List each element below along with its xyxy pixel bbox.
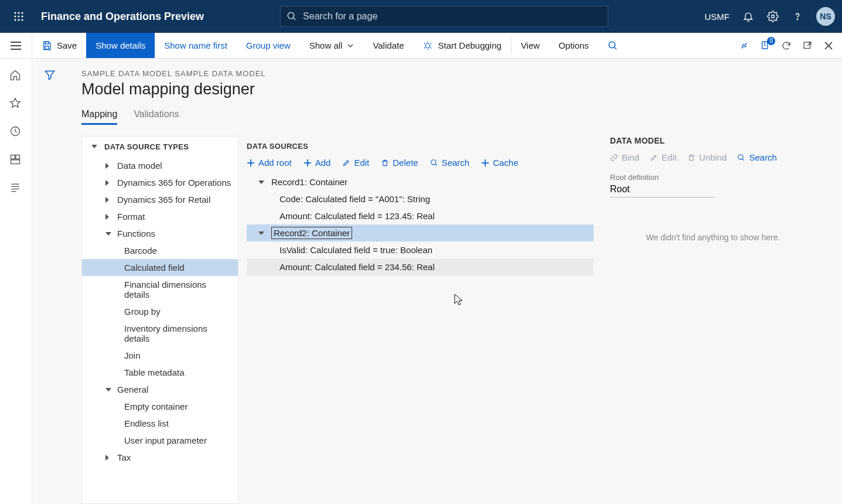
- caret-right-icon: [105, 197, 109, 203]
- add-button[interactable]: Add: [304, 158, 331, 168]
- page-title: Model mapping designer: [81, 80, 842, 98]
- dst-item[interactable]: Empty container: [82, 398, 238, 415]
- svg-point-0: [14, 12, 16, 13]
- ds-node[interactable]: Record2: Container: [247, 224, 594, 241]
- tab-validations[interactable]: Validations: [134, 109, 179, 125]
- dst-item[interactable]: User input parameter: [82, 432, 238, 449]
- favorites-icon[interactable]: [9, 97, 22, 110]
- svg-line-26: [614, 47, 616, 49]
- app-title: Finance and Operations Preview: [41, 11, 204, 23]
- svg-line-21: [424, 43, 425, 44]
- show-name-first-button[interactable]: Show name first: [155, 33, 237, 58]
- workspaces-icon[interactable]: [9, 154, 22, 166]
- recent-icon[interactable]: [9, 125, 22, 138]
- dst-item[interactable]: Barcode: [82, 242, 238, 259]
- options-menu[interactable]: Options: [549, 33, 598, 58]
- caret-right-icon: [105, 214, 109, 220]
- gear-icon[interactable]: [767, 11, 779, 22]
- dst-item[interactable]: Group by: [82, 303, 238, 320]
- action-search-button[interactable]: [598, 33, 628, 58]
- svg-point-8: [21, 19, 23, 21]
- bell-icon[interactable]: [742, 11, 754, 22]
- user-avatar[interactable]: NS: [816, 7, 835, 26]
- global-search[interactable]: [280, 6, 608, 27]
- group-view-button[interactable]: Group view: [237, 33, 300, 58]
- dm-header: DATA MODEL: [610, 136, 816, 152]
- bind-button[interactable]: Bind: [610, 152, 639, 162]
- search-button[interactable]: Search: [737, 152, 777, 162]
- panel-data-source-types: DATA SOURCE TYPES Data modelDynamics 365…: [81, 136, 238, 504]
- panel-data-sources: DATA SOURCES Add root Add Edit Delete Se…: [238, 136, 602, 504]
- svg-point-2: [21, 12, 23, 13]
- ds-node[interactable]: Amount: Calculated field = 123.45: Real: [247, 207, 594, 224]
- save-icon: [42, 40, 52, 51]
- company-label[interactable]: USMF: [705, 12, 730, 22]
- dst-item[interactable]: Tax: [82, 449, 238, 466]
- caret-down-icon: [105, 388, 111, 391]
- chevron-down-icon: [347, 42, 354, 49]
- empty-state-text: We didn't find anything to show here.: [610, 233, 816, 242]
- dst-item[interactable]: Format: [82, 208, 238, 225]
- root-definition-input[interactable]: [610, 182, 715, 197]
- svg-point-18: [426, 43, 431, 48]
- svg-rect-16: [45, 42, 49, 44]
- svg-rect-17: [45, 46, 49, 49]
- dst-item[interactable]: General: [82, 381, 238, 398]
- edit-button[interactable]: Edit: [650, 152, 677, 162]
- caret-down-icon: [258, 181, 264, 184]
- popout-icon[interactable]: [801, 39, 814, 52]
- app-launcher-icon[interactable]: [7, 11, 30, 22]
- dst-item[interactable]: Data model: [82, 157, 238, 174]
- start-debugging-button[interactable]: Start Debugging: [413, 33, 510, 58]
- cache-button[interactable]: Cache: [481, 158, 518, 168]
- filter-icon[interactable]: [44, 69, 56, 504]
- nav-toggle[interactable]: [0, 33, 32, 59]
- view-menu[interactable]: View: [512, 33, 549, 58]
- home-icon[interactable]: [9, 69, 22, 82]
- show-details-button[interactable]: Show details: [86, 33, 155, 58]
- delete-button[interactable]: Delete: [381, 158, 418, 168]
- svg-line-44: [435, 164, 437, 165]
- svg-point-6: [14, 19, 16, 21]
- attachments-icon[interactable]: 0: [759, 39, 772, 52]
- refresh-icon[interactable]: [780, 39, 793, 52]
- top-bar: Finance and Operations Preview USMF NS: [0, 0, 842, 33]
- show-all-dropdown[interactable]: Show all: [300, 33, 364, 58]
- unbind-button[interactable]: Unbind: [687, 152, 727, 162]
- svg-line-10: [293, 18, 295, 20]
- link-icon[interactable]: [738, 39, 751, 52]
- ds-node[interactable]: Record1: Container: [247, 173, 594, 190]
- root-definition-label: Root definition: [610, 173, 816, 182]
- ds-node[interactable]: IsValid: Calculated field = true: Boolea…: [247, 241, 594, 258]
- tab-mapping[interactable]: Mapping: [81, 109, 117, 125]
- dst-item[interactable]: Endless list: [82, 415, 238, 432]
- search-button[interactable]: Search: [430, 158, 470, 168]
- dst-item[interactable]: Join: [82, 347, 238, 364]
- ds-node[interactable]: Code: Calculated field = "A001": String: [247, 190, 594, 207]
- svg-point-9: [288, 12, 294, 19]
- edit-button[interactable]: Edit: [342, 158, 369, 168]
- breadcrumb: SAMPLE DATA MODEL SAMPLE DATA MODEL: [81, 69, 842, 78]
- validate-button[interactable]: Validate: [363, 33, 413, 58]
- svg-rect-28: [804, 42, 810, 49]
- dst-header[interactable]: DATA SOURCE TYPES: [82, 137, 238, 157]
- dst-item[interactable]: Calculated field: [82, 259, 238, 276]
- svg-point-5: [21, 15, 23, 17]
- dst-item[interactable]: Table metadata: [82, 364, 238, 381]
- modules-icon[interactable]: [9, 182, 22, 195]
- search-icon: [287, 11, 297, 22]
- dst-item[interactable]: Functions: [82, 225, 238, 242]
- dst-item[interactable]: Financial dimensions details: [82, 276, 238, 303]
- dst-item[interactable]: Inventory dimensions details: [82, 320, 238, 347]
- close-icon[interactable]: [822, 39, 835, 52]
- ds-node[interactable]: Amount: Calculated field = 234.56: Real: [247, 258, 594, 275]
- help-icon[interactable]: [792, 11, 803, 22]
- svg-line-23: [424, 47, 425, 49]
- dst-item[interactable]: Dynamics 365 for Operations: [82, 174, 238, 191]
- caret-down-icon: [91, 145, 97, 148]
- dst-item[interactable]: Dynamics 365 for Retail: [82, 191, 238, 208]
- global-search-input[interactable]: [303, 11, 602, 22]
- add-root-button[interactable]: Add root: [247, 158, 292, 168]
- svg-point-1: [18, 12, 19, 13]
- save-button[interactable]: Save: [32, 33, 86, 58]
